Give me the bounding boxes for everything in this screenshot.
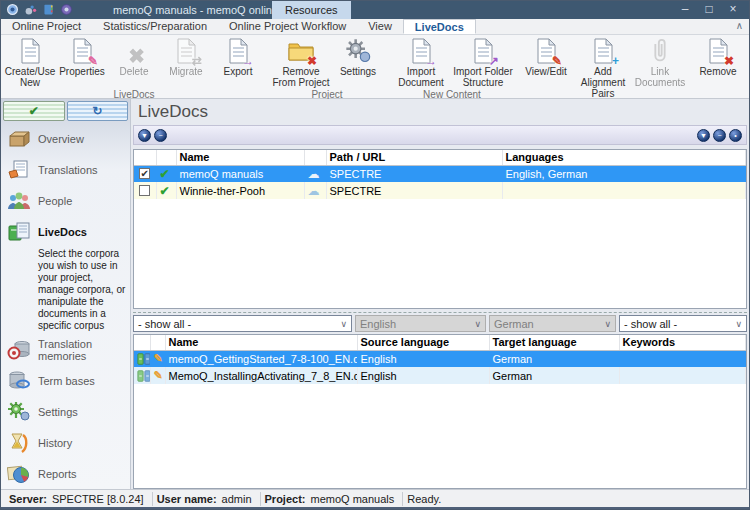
tab-online-project[interactable]: Online Project — [1, 19, 92, 34]
remove-document-icon: ✖ — [704, 37, 732, 65]
sidebar-item-label: Reports — [38, 468, 77, 480]
remove-from-project-button[interactable]: ✖Remove From Project — [270, 36, 332, 88]
ribbon-group-livedocs: Create/Use New✎Properties✖Delete⇄Migrate… — [3, 36, 265, 98]
documents-column-header-0 — [134, 335, 150, 350]
document-keywords-cell — [619, 350, 746, 367]
documents-table: NameSource languageTarget languageKeywor… — [134, 335, 746, 384]
sidebar-item-overview[interactable]: Overview — [1, 123, 130, 154]
filter-funnel-button-right[interactable]: ▼ — [697, 129, 710, 142]
maximize-button[interactable]: □ — [699, 1, 719, 19]
refresh-icon: ↻ — [92, 104, 102, 118]
sidebar-item-history[interactable]: History — [1, 427, 130, 458]
document-target-language-cell: German — [489, 367, 619, 384]
properties-button[interactable]: ✎Properties — [56, 36, 108, 77]
export-button[interactable]: →Export — [212, 36, 264, 77]
sidebar-item-term-bases[interactable]: Term bases — [1, 365, 130, 396]
chevron-down-icon: ∨ — [604, 319, 611, 329]
project-manager-icon[interactable] — [24, 3, 37, 16]
tab-view[interactable]: View — [357, 19, 403, 34]
dropdown-value: German — [494, 318, 534, 330]
sidebar-item-reports[interactable]: Reports — [1, 458, 130, 489]
reports-icon — [7, 462, 31, 486]
sidebar-item-label: Translation memories — [38, 338, 130, 362]
tab-statistics-preparation[interactable]: Statistics/Preparation — [92, 19, 218, 34]
resource-console-icon[interactable] — [42, 3, 55, 16]
documents-column-header-1 — [150, 335, 165, 350]
filter-funnel-button[interactable]: ▼ — [138, 129, 151, 142]
close-button[interactable]: × — [723, 1, 743, 19]
corpus-location-cell: ☁ — [304, 182, 326, 199]
link-documents-icon — [646, 37, 674, 65]
keywords-filter-dropdown[interactable]: - show all -∨ — [619, 315, 747, 332]
chevron-down-icon: ∨ — [735, 319, 742, 329]
livedocs-icon — [7, 220, 31, 244]
ribbon-button-label: Add Alignment Pairs — [572, 66, 634, 99]
ribbon-group-project: ✖Remove From ProjectSettingsProject — [269, 36, 385, 98]
tab-livedocs[interactable]: LiveDocs — [403, 19, 476, 34]
cloud-icon: ☁ — [308, 167, 320, 181]
server-administrator-icon[interactable] — [60, 3, 73, 16]
window-controls: – □ × — [675, 1, 743, 19]
view-edit-button[interactable]: ✎View/Edit — [520, 36, 572, 77]
status-project: Project:memoQ manuals — [261, 492, 404, 506]
project-label: Project: — [265, 493, 306, 505]
memoq-window: memoQ manuals - memoQ online project Res… — [0, 0, 750, 510]
minus-icon: − — [717, 132, 721, 139]
migrate-button: ⇄Migrate — [160, 36, 212, 77]
contextual-tab-resources[interactable]: Resources — [272, 1, 351, 19]
settings-icon — [7, 400, 31, 424]
pencil-icon: ✎ — [154, 352, 163, 364]
collapse-ribbon-icon[interactable]: ∧ — [736, 20, 743, 31]
source-language-filter-dropdown: English∨ — [355, 315, 486, 332]
sidebar-item-label: History — [38, 437, 72, 449]
document-row[interactable]: ✎memoQ_GettingStarted_7-8-100_EN.docx-me… — [134, 350, 746, 367]
delete-button: ✖Delete — [108, 36, 160, 77]
document-edit-cell: ✎ — [150, 350, 165, 367]
documents-column-header-source-language: Source language — [357, 335, 489, 350]
document-row[interactable]: ✎MemoQ_InstallingActivating_7_8_EN.docx-… — [134, 367, 746, 384]
quick-access-toolbar — [6, 3, 73, 16]
remove-button[interactable]: ✖Remove — [692, 36, 744, 77]
export-button[interactable]: →Export — [744, 36, 750, 77]
corpus-row[interactable]: ✔✔memoQ manuals☁SPECTREEnglish, German — [134, 165, 746, 182]
sidebar-item-people[interactable]: People — [1, 185, 130, 216]
sidebar-item-livedocs[interactable]: LiveDocs — [1, 216, 130, 247]
status-server: Server:SPECTRE [8.0.24] — [5, 492, 153, 506]
create-use-new-button[interactable]: Create/Use New — [4, 36, 56, 88]
corpus-use-checkbox[interactable] — [139, 185, 150, 196]
user-name-value: admin — [222, 493, 252, 505]
add-alignment-pairs-button[interactable]: +Add Alignment Pairs — [572, 36, 634, 99]
funnel-icon: ▼ — [700, 132, 707, 139]
sync-button[interactable]: ↻ — [67, 101, 129, 121]
minimize-button[interactable]: – — [675, 1, 695, 19]
sidebar-item-settings[interactable]: Settings — [1, 396, 130, 427]
alignment-pair-icon — [137, 352, 147, 366]
ribbon-button-label: Settings — [340, 66, 376, 77]
title-bar: memoQ manuals - memoQ online project Res… — [1, 1, 749, 19]
filter-buttons-left: ▼ − — [138, 129, 167, 142]
sidebar-item-translation-memories[interactable]: Translation memories — [1, 334, 130, 365]
people-icon — [7, 189, 31, 213]
minus-icon: − — [158, 132, 162, 139]
name-filter-dropdown[interactable]: - show all -∨ — [133, 315, 352, 332]
corpus-row[interactable]: ✔Winnie-ther-Pooh☁SPECTRE — [134, 182, 746, 199]
clear-filter-button-right[interactable]: − — [713, 129, 726, 142]
settings-button[interactable]: Settings — [332, 36, 384, 77]
documents-column-header-name: Name — [165, 335, 357, 350]
corpus-use-checkbox-cell: ✔ — [134, 165, 156, 182]
import-folder-structure-button[interactable]: ↗Import Folder Structure — [452, 36, 514, 88]
clear-filter-button[interactable]: − — [154, 129, 167, 142]
corpora-column-header-0 — [134, 150, 156, 165]
memoq-logo-icon[interactable] — [6, 3, 19, 16]
document-source-language-cell: English — [357, 367, 489, 384]
dropdown-value: - show all - — [138, 318, 191, 330]
tab-online-project-workflow[interactable]: Online Project Workflow — [218, 19, 357, 34]
confirm-button[interactable]: ✔ — [3, 101, 65, 121]
link-documents-button: Link Documents — [634, 36, 686, 88]
filter-options-button[interactable]: • — [729, 129, 742, 142]
corpus-use-checkbox[interactable]: ✔ — [139, 168, 150, 179]
status-ready: Ready. — [403, 492, 449, 506]
import-document-button[interactable]: →Import Document — [390, 36, 452, 88]
sidebar-item-translations[interactable]: Translations — [1, 154, 130, 185]
dropdown-value: - show all - — [624, 318, 677, 330]
